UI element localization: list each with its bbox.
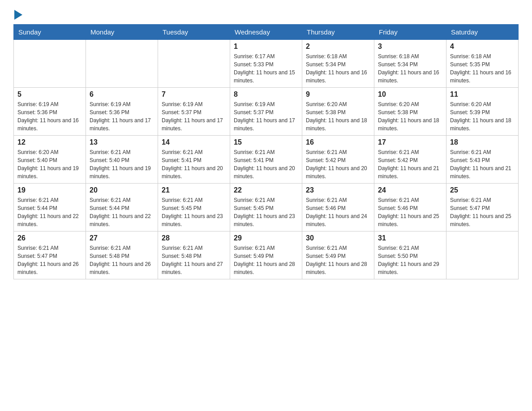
calendar-week-row: 12Sunrise: 6:20 AMSunset: 5:40 PMDayligh…: [14, 136, 519, 184]
svg-marker-0: [14, 10, 22, 20]
day-info: Sunrise: 6:19 AMSunset: 5:36 PMDaylight:…: [17, 100, 82, 133]
day-number: 1: [234, 43, 298, 51]
day-info: Sunrise: 6:21 AMSunset: 5:42 PMDaylight:…: [306, 148, 370, 180]
day-info: Sunrise: 6:19 AMSunset: 5:36 PMDaylight:…: [90, 100, 154, 133]
day-info: Sunrise: 6:21 AMSunset: 5:42 PMDaylight:…: [378, 148, 442, 180]
calendar-cell: 29Sunrise: 6:21 AMSunset: 5:49 PMDayligh…: [230, 231, 302, 279]
calendar-cell: 27Sunrise: 6:21 AMSunset: 5:48 PMDayligh…: [86, 231, 158, 279]
calendar-week-row: 26Sunrise: 6:21 AMSunset: 5:47 PMDayligh…: [14, 231, 519, 279]
calendar-cell: 22Sunrise: 6:21 AMSunset: 5:45 PMDayligh…: [230, 184, 302, 231]
calendar-cell: 1Sunrise: 6:17 AMSunset: 5:33 PMDaylight…: [230, 40, 302, 88]
calendar-cell: 4Sunrise: 6:18 AMSunset: 5:35 PMDaylight…: [446, 40, 519, 88]
day-number: 17: [378, 138, 442, 146]
day-info: Sunrise: 6:21 AMSunset: 5:41 PMDaylight:…: [234, 148, 298, 180]
day-number: 25: [450, 186, 515, 194]
calendar-cell: 23Sunrise: 6:21 AMSunset: 5:46 PMDayligh…: [302, 184, 374, 231]
calendar-cell: 12Sunrise: 6:20 AMSunset: 5:40 PMDayligh…: [14, 136, 86, 184]
day-number: 29: [234, 234, 298, 242]
day-info: Sunrise: 6:21 AMSunset: 5:48 PMDaylight:…: [90, 244, 154, 276]
day-number: 30: [306, 234, 370, 242]
calendar-cell: 25Sunrise: 6:21 AMSunset: 5:47 PMDayligh…: [446, 184, 519, 231]
calendar-cell: [86, 40, 158, 88]
day-info: Sunrise: 6:21 AMSunset: 5:45 PMDaylight:…: [234, 196, 298, 228]
weekday-header-tuesday: Tuesday: [158, 25, 230, 40]
day-info: Sunrise: 6:19 AMSunset: 5:37 PMDaylight:…: [234, 100, 298, 133]
day-number: 20: [90, 186, 154, 194]
day-number: 19: [17, 186, 82, 194]
day-number: 14: [162, 138, 226, 146]
day-info: Sunrise: 6:20 AMSunset: 5:40 PMDaylight:…: [17, 148, 82, 180]
calendar-cell: 28Sunrise: 6:21 AMSunset: 5:48 PMDayligh…: [158, 231, 230, 279]
calendar-cell: 15Sunrise: 6:21 AMSunset: 5:41 PMDayligh…: [230, 136, 302, 184]
calendar-table: SundayMondayTuesdayWednesdayThursdayFrid…: [13, 24, 519, 279]
weekday-header-friday: Friday: [374, 25, 446, 40]
day-info: Sunrise: 6:21 AMSunset: 5:48 PMDaylight:…: [162, 244, 226, 276]
day-info: Sunrise: 6:21 AMSunset: 5:47 PMDaylight:…: [17, 244, 82, 276]
day-number: 28: [162, 234, 226, 242]
calendar-cell: 19Sunrise: 6:21 AMSunset: 5:44 PMDayligh…: [14, 184, 86, 231]
day-number: 2: [306, 43, 370, 51]
day-info: Sunrise: 6:18 AMSunset: 5:34 PMDaylight:…: [306, 52, 370, 85]
page-header: [13, 9, 519, 20]
calendar-cell: 8Sunrise: 6:19 AMSunset: 5:37 PMDaylight…: [230, 88, 302, 136]
calendar-week-row: 1Sunrise: 6:17 AMSunset: 5:33 PMDaylight…: [14, 40, 519, 88]
day-number: 9: [306, 90, 370, 98]
calendar-week-row: 5Sunrise: 6:19 AMSunset: 5:36 PMDaylight…: [14, 88, 519, 136]
calendar-cell: [158, 40, 230, 88]
day-number: 15: [234, 138, 298, 146]
calendar-cell: 11Sunrise: 6:20 AMSunset: 5:39 PMDayligh…: [446, 88, 519, 136]
day-info: Sunrise: 6:21 AMSunset: 5:41 PMDaylight:…: [162, 148, 226, 180]
calendar-cell: 18Sunrise: 6:21 AMSunset: 5:43 PMDayligh…: [446, 136, 519, 184]
calendar-cell: 20Sunrise: 6:21 AMSunset: 5:44 PMDayligh…: [86, 184, 158, 231]
day-number: 24: [378, 186, 442, 194]
day-number: 26: [17, 234, 82, 242]
day-info: Sunrise: 6:21 AMSunset: 5:49 PMDaylight:…: [306, 244, 370, 276]
day-number: 11: [450, 90, 515, 98]
calendar-cell: 31Sunrise: 6:21 AMSunset: 5:50 PMDayligh…: [374, 231, 446, 279]
day-number: 21: [162, 186, 226, 194]
day-info: Sunrise: 6:21 AMSunset: 5:50 PMDaylight:…: [378, 244, 442, 276]
calendar-cell: 7Sunrise: 6:19 AMSunset: 5:37 PMDaylight…: [158, 88, 230, 136]
weekday-header-saturday: Saturday: [446, 25, 519, 40]
day-number: 16: [306, 138, 370, 146]
day-info: Sunrise: 6:21 AMSunset: 5:46 PMDaylight:…: [378, 196, 442, 228]
weekday-header-wednesday: Wednesday: [230, 25, 302, 40]
day-number: 7: [162, 90, 226, 98]
calendar-cell: 16Sunrise: 6:21 AMSunset: 5:42 PMDayligh…: [302, 136, 374, 184]
calendar-cell: 5Sunrise: 6:19 AMSunset: 5:36 PMDaylight…: [14, 88, 86, 136]
day-info: Sunrise: 6:21 AMSunset: 5:40 PMDaylight:…: [90, 148, 154, 180]
weekday-header-sunday: Sunday: [14, 25, 86, 40]
day-info: Sunrise: 6:21 AMSunset: 5:43 PMDaylight:…: [450, 148, 515, 180]
calendar-cell: 14Sunrise: 6:21 AMSunset: 5:41 PMDayligh…: [158, 136, 230, 184]
weekday-header-row: SundayMondayTuesdayWednesdayThursdayFrid…: [14, 25, 519, 40]
calendar-cell: 30Sunrise: 6:21 AMSunset: 5:49 PMDayligh…: [302, 231, 374, 279]
day-info: Sunrise: 6:20 AMSunset: 5:38 PMDaylight:…: [378, 100, 442, 133]
day-info: Sunrise: 6:21 AMSunset: 5:44 PMDaylight:…: [90, 196, 154, 228]
day-info: Sunrise: 6:21 AMSunset: 5:49 PMDaylight:…: [234, 244, 298, 276]
day-number: 22: [234, 186, 298, 194]
day-number: 13: [90, 138, 154, 146]
calendar-cell: [446, 231, 519, 279]
day-info: Sunrise: 6:18 AMSunset: 5:34 PMDaylight:…: [378, 52, 442, 85]
day-number: 10: [378, 90, 442, 98]
calendar-cell: 26Sunrise: 6:21 AMSunset: 5:47 PMDayligh…: [14, 231, 86, 279]
day-number: 18: [450, 138, 515, 146]
calendar-cell: [14, 40, 86, 88]
calendar-cell: 24Sunrise: 6:21 AMSunset: 5:46 PMDayligh…: [374, 184, 446, 231]
calendar-cell: 9Sunrise: 6:20 AMSunset: 5:38 PMDaylight…: [302, 88, 374, 136]
day-number: 5: [17, 90, 82, 98]
day-number: 3: [378, 43, 442, 51]
day-info: Sunrise: 6:21 AMSunset: 5:47 PMDaylight:…: [450, 196, 515, 228]
day-info: Sunrise: 6:21 AMSunset: 5:44 PMDaylight:…: [17, 196, 82, 228]
calendar-cell: 10Sunrise: 6:20 AMSunset: 5:38 PMDayligh…: [374, 88, 446, 136]
day-number: 4: [450, 43, 515, 51]
day-info: Sunrise: 6:21 AMSunset: 5:46 PMDaylight:…: [306, 196, 370, 228]
day-info: Sunrise: 6:21 AMSunset: 5:45 PMDaylight:…: [162, 196, 226, 228]
day-number: 6: [90, 90, 154, 98]
weekday-header-monday: Monday: [86, 25, 158, 40]
weekday-header-thursday: Thursday: [302, 25, 374, 40]
calendar-cell: 3Sunrise: 6:18 AMSunset: 5:34 PMDaylight…: [374, 40, 446, 88]
calendar-cell: 2Sunrise: 6:18 AMSunset: 5:34 PMDaylight…: [302, 40, 374, 88]
day-number: 27: [90, 234, 154, 242]
day-info: Sunrise: 6:20 AMSunset: 5:39 PMDaylight:…: [450, 100, 515, 133]
